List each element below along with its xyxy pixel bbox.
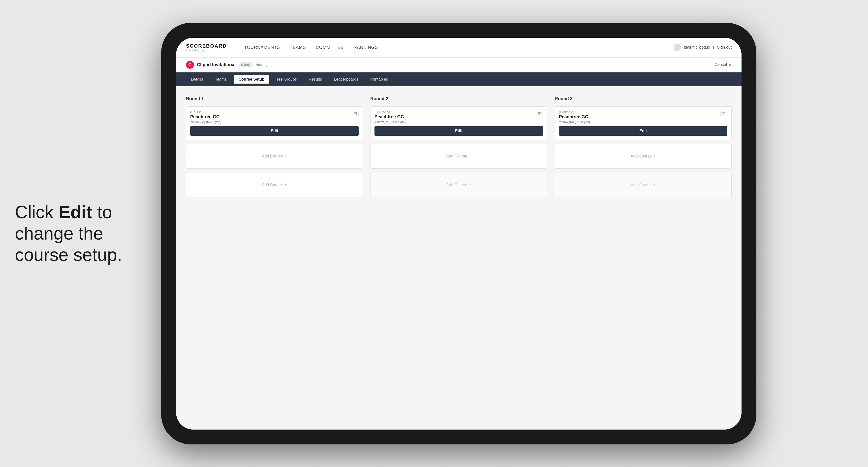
- tab-tee-groups[interactable]: Tee Groups: [271, 75, 302, 84]
- round-3-delete-button[interactable]: ⊡: [720, 110, 727, 117]
- round-2-course-card: (Course A) Peachtree GC Yellow (M) (6629…: [370, 106, 547, 140]
- logo-powered: Powered by clippd: [186, 49, 227, 52]
- tournament-logo: C: [186, 61, 194, 69]
- logo-scoreboard: SCOREBOARD: [186, 43, 227, 49]
- nav-committee[interactable]: COMMITTEE: [316, 45, 344, 50]
- round-2-course-info: (Course A) Peachtree GC Yellow (M) (6629…: [374, 110, 536, 124]
- instruction-text: Click Edit tochange thecourse setup.: [15, 201, 159, 266]
- round-1-course-name: Peachtree GC: [190, 114, 352, 120]
- round-2-add-label-1: Add Course +: [446, 154, 471, 159]
- tournament-name: Clippd Invitational: [197, 62, 236, 67]
- round-2-course-name: Peachtree GC: [374, 114, 536, 120]
- rounds-grid: Round 1 (Course A) Peachtree GC Yellow (…: [186, 96, 732, 197]
- round-1-edit-button[interactable]: Edit: [190, 126, 359, 136]
- round-3-add-label-2: Add Course +: [631, 182, 656, 187]
- round-1-add-label-2: Add Course +: [262, 182, 287, 187]
- round-1-delete-button[interactable]: ⊡: [352, 110, 359, 117]
- round-1-course-header: (Course A) Peachtree GC Yellow (M) (6629…: [186, 107, 363, 126]
- tab-printables[interactable]: Printables: [365, 75, 393, 84]
- tablet-screen: SCOREBOARD Powered by clippd TOURNAMENTS…: [176, 38, 742, 430]
- round-3-course-details: Yellow (M) (6629 yds): [559, 120, 720, 124]
- round-3-add-course-1[interactable]: Add Course +: [555, 144, 732, 169]
- tab-leaderboards[interactable]: Leaderboards: [329, 75, 363, 84]
- round-2-add-course-1[interactable]: Add Course +: [370, 144, 547, 169]
- tournament-info: C Clippd Invitational (Men) Hosting: [186, 61, 267, 69]
- round-1-add-course-1[interactable]: Add Course +: [186, 144, 363, 169]
- round-3-add-label-1: Add Course +: [631, 154, 656, 159]
- round-1-column: Round 1 (Course A) Peachtree GC Yellow (…: [186, 96, 363, 197]
- instruction-before: Click: [15, 202, 59, 222]
- nav-tournaments[interactable]: TOURNAMENTS: [244, 45, 280, 50]
- round-2-label: Round 2: [370, 96, 547, 101]
- cancel-button[interactable]: Cancel ✕: [714, 62, 732, 67]
- top-nav-right: blair@clippd.io | Sign out: [674, 44, 732, 51]
- round-2-column: Round 2 (Course A) Peachtree GC Yellow (…: [370, 96, 547, 197]
- round-2-edit-button[interactable]: Edit: [374, 126, 543, 136]
- round-1-course-info: (Course A) Peachtree GC Yellow (M) (6629…: [190, 110, 352, 124]
- round-3-add-course-2: Add Course +: [555, 173, 732, 197]
- hosting-badge: Hosting: [256, 63, 267, 67]
- logo-area: SCOREBOARD Powered by clippd: [186, 43, 227, 52]
- round-1-add-course-2[interactable]: Add Course +: [186, 173, 363, 197]
- round-2-course-header: (Course A) Peachtree GC Yellow (M) (6629…: [371, 107, 547, 126]
- round-3-course-info: (Course A) Peachtree GC Yellow (M) (6629…: [559, 110, 720, 124]
- user-avatar: [674, 44, 681, 51]
- main-content: Round 1 (Course A) Peachtree GC Yellow (…: [176, 86, 742, 430]
- round-1-label: Round 1: [186, 96, 363, 101]
- gender-badge: (Men): [239, 62, 253, 67]
- sign-out-link[interactable]: Sign out: [717, 45, 732, 50]
- tab-teams[interactable]: Teams: [210, 75, 231, 84]
- tabs-bar: Details Teams Course Setup Tee Groups Re…: [176, 72, 742, 86]
- round-3-label: Round 3: [555, 96, 732, 101]
- round-2-course-letter: (Course A): [374, 110, 536, 114]
- tablet-frame: SCOREBOARD Powered by clippd TOURNAMENTS…: [161, 23, 756, 444]
- user-email: blair@clippd.io: [684, 45, 710, 50]
- round-3-course-card: (Course A) Peachtree GC Yellow (M) (6629…: [555, 106, 732, 140]
- nav-teams[interactable]: TEAMS: [290, 45, 306, 50]
- round-1-course-card: (Course A) Peachtree GC Yellow (M) (6629…: [186, 106, 363, 140]
- tab-details[interactable]: Details: [186, 75, 208, 84]
- tournament-bar: C Clippd Invitational (Men) Hosting Canc…: [176, 58, 742, 72]
- top-nav: SCOREBOARD Powered by clippd TOURNAMENTS…: [176, 38, 742, 58]
- round-2-course-details: Yellow (M) (6629 yds): [374, 120, 536, 124]
- round-2-add-label-2: Add Course +: [446, 182, 471, 187]
- tab-course-setup[interactable]: Course Setup: [234, 75, 269, 84]
- separator: |: [713, 45, 714, 50]
- round-3-edit-button[interactable]: Edit: [559, 126, 727, 136]
- round-3-course-name: Peachtree GC: [559, 114, 720, 120]
- round-3-course-letter: (Course A): [559, 110, 720, 114]
- nav-links: TOURNAMENTS TEAMS COMMITTEE RANKINGS: [244, 45, 661, 50]
- round-3-column: Round 3 (Course A) Peachtree GC Yellow (…: [555, 96, 732, 197]
- round-2-delete-button[interactable]: ⊡: [536, 110, 543, 117]
- round-1-course-letter: (Course A): [190, 110, 352, 114]
- tab-results[interactable]: Results: [304, 75, 327, 84]
- round-2-add-course-2: Add Course +: [370, 173, 547, 197]
- round-3-course-header: (Course A) Peachtree GC Yellow (M) (6629…: [555, 107, 731, 126]
- nav-rankings[interactable]: RANKINGS: [354, 45, 378, 50]
- round-1-add-label-1: Add Course +: [262, 154, 287, 159]
- instruction-bold: Edit: [59, 202, 92, 222]
- round-1-course-details: Yellow (M) (6629 yds): [190, 120, 352, 124]
